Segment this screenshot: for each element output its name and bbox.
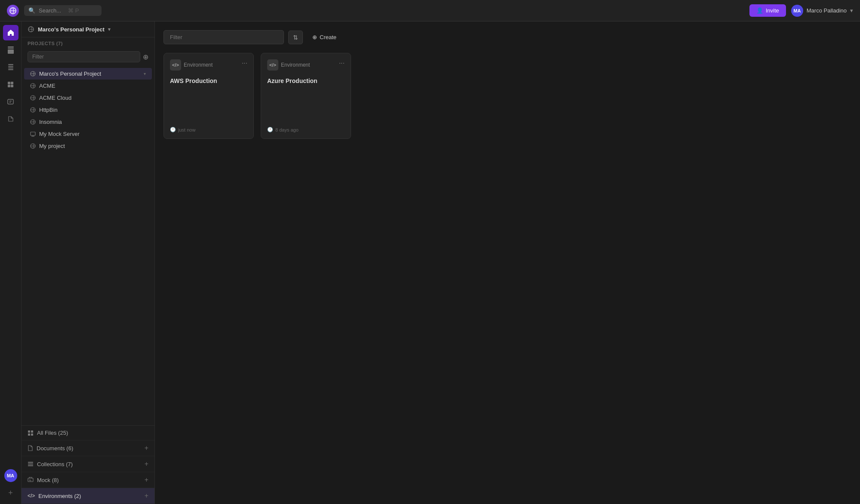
- svg-rect-18: [28, 462, 33, 463]
- svg-rect-4: [11, 85, 13, 87]
- sidebar-avatar[interactable]: MA: [4, 469, 17, 482]
- svg-rect-19: [28, 464, 33, 464]
- sidebar-icon-4[interactable]: [3, 94, 18, 109]
- create-label: Create: [320, 34, 336, 40]
- main-content: MA + Marco's Personal Project ▾ PROJECTS…: [0, 22, 860, 504]
- card-footer: 🕐 just now: [170, 122, 247, 132]
- card-header: </> Environment ···: [170, 59, 247, 71]
- cards-grid: </> Environment ··· AWS Production 🕐 jus…: [163, 53, 851, 139]
- topbar-left: 🔍 Search... ⌘ P: [7, 5, 102, 17]
- svg-rect-1: [8, 82, 10, 84]
- sidebar-icon-1[interactable]: [3, 42, 18, 58]
- file-section-label: Environments (2): [38, 493, 81, 499]
- sidebar-icon-3[interactable]: [3, 77, 18, 92]
- mock-add-icon[interactable]: +: [145, 476, 148, 484]
- card-timestamp: 8 days ago: [275, 127, 299, 132]
- invite-label: Invite: [766, 7, 779, 14]
- card-header: </> Environment ···: [267, 59, 345, 71]
- documents-add-icon[interactable]: +: [145, 444, 148, 452]
- svg-rect-3: [8, 85, 10, 87]
- sidebar-icon-bottom[interactable]: MA: [3, 468, 18, 483]
- card-menu-icon[interactable]: ···: [242, 59, 247, 67]
- clock-icon: 🕐: [267, 127, 273, 132]
- svg-rect-14: [28, 430, 30, 433]
- search-icon: 🔍: [28, 7, 35, 14]
- environments-icon: </>: [28, 493, 35, 499]
- file-section-environments[interactable]: </> Environments (2) +: [22, 488, 154, 504]
- card-type-label: Environment: [281, 62, 310, 68]
- project-item-my-project[interactable]: My project: [24, 140, 152, 152]
- card-type-row: </> Environment: [267, 59, 310, 71]
- environments-add-icon[interactable]: +: [145, 492, 148, 500]
- filter-plus-icon[interactable]: ⊕: [143, 53, 148, 61]
- project-item-label: HttpBin: [39, 107, 58, 113]
- left-panel: Marco's Personal Project ▾ PROJECTS (7) …: [22, 22, 155, 504]
- file-section-all-files[interactable]: All Files (25): [22, 426, 154, 440]
- file-section-collections[interactable]: Collections (7) +: [22, 456, 154, 472]
- card-type-icon: </>: [170, 59, 181, 71]
- bottom-panel: All Files (25) Documents (6) + Collectio…: [22, 425, 154, 504]
- project-title: Marco's Personal Project: [38, 26, 105, 33]
- project-chevron-icon: ▾: [108, 27, 111, 32]
- file-section-mock[interactable]: Mock (8) +: [22, 472, 154, 488]
- home-icon[interactable]: [3, 25, 18, 40]
- chevron-down-icon: ▾: [850, 7, 853, 14]
- project-header-title[interactable]: Marco's Personal Project ▾: [28, 26, 111, 33]
- project-item-insomnia[interactable]: Insomnia: [24, 116, 152, 128]
- card-title: Azure Production: [267, 77, 345, 122]
- card-azure-production[interactable]: </> Environment ··· Azure Production 🕐 8…: [261, 53, 351, 139]
- app-logo[interactable]: [7, 5, 19, 17]
- icon-strip: MA +: [0, 22, 22, 504]
- right-content: ⇅ ⊕ Create </> Environment ···: [155, 22, 860, 504]
- svg-rect-20: [28, 465, 33, 466]
- file-section-label: Documents (6): [37, 445, 73, 452]
- search-bar[interactable]: 🔍 Search... ⌘ P: [24, 5, 102, 16]
- sidebar-icon-2[interactable]: [3, 59, 18, 75]
- svg-rect-16: [28, 433, 30, 436]
- projects-label: PROJECTS (7): [22, 37, 154, 49]
- invite-button[interactable]: 👤 Invite: [749, 4, 786, 17]
- create-button[interactable]: ⊕ Create: [307, 31, 342, 43]
- project-item-acme[interactable]: ACME: [24, 80, 152, 92]
- project-item-label: ACME: [39, 83, 55, 89]
- project-item-label: Marco's Personal Project: [39, 71, 101, 77]
- svg-rect-17: [31, 433, 33, 436]
- project-item-label: My project: [39, 143, 65, 149]
- add-workspace-button[interactable]: +: [3, 485, 18, 501]
- clock-icon: 🕐: [170, 127, 176, 132]
- create-plus-icon: ⊕: [312, 34, 317, 40]
- svg-rect-2: [11, 82, 13, 84]
- file-section-documents[interactable]: Documents (6) +: [22, 440, 154, 456]
- filter-row: ⊕: [22, 49, 154, 66]
- project-item-arrow: ▾: [144, 71, 146, 76]
- sort-button[interactable]: ⇅: [288, 31, 303, 44]
- topbar-right: 👤 Invite MA Marco Palladino ▾: [749, 4, 853, 17]
- content-filter-input[interactable]: [163, 30, 284, 44]
- user-name: Marco Palladino: [807, 7, 847, 14]
- project-item-acme-cloud[interactable]: ACME Cloud: [24, 92, 152, 104]
- sidebar-icon-5[interactable]: [3, 111, 18, 126]
- project-item-label: My Mock Server: [39, 131, 80, 137]
- user-info[interactable]: MA Marco Palladino ▾: [791, 5, 853, 17]
- avatar: MA: [791, 5, 803, 17]
- project-item-label: ACME Cloud: [39, 95, 71, 101]
- card-footer: 🕐 8 days ago: [267, 122, 345, 132]
- collections-add-icon[interactable]: +: [145, 460, 148, 468]
- card-menu-icon[interactable]: ···: [339, 59, 345, 67]
- search-placeholder: Search...: [39, 7, 61, 14]
- search-shortcut: ⌘ P: [68, 7, 79, 14]
- project-header: Marco's Personal Project ▾: [22, 22, 154, 37]
- file-section-label: Collections (7): [37, 461, 73, 467]
- card-title: AWS Production: [170, 77, 247, 122]
- project-item-marcos[interactable]: Marco's Personal Project ▾: [24, 68, 152, 80]
- svg-rect-15: [31, 430, 33, 433]
- card-type-row: </> Environment: [170, 59, 213, 71]
- project-item-label: Insomnia: [39, 119, 62, 125]
- project-item-httpbin[interactable]: HttpBin: [24, 104, 152, 116]
- project-filter-input[interactable]: [28, 51, 140, 62]
- card-aws-production[interactable]: </> Environment ··· AWS Production 🕐 jus…: [163, 53, 254, 139]
- file-section-label: Mock (8): [37, 477, 59, 483]
- card-type-icon: </>: [267, 59, 278, 71]
- card-type-label: Environment: [184, 62, 213, 68]
- project-item-mock-server[interactable]: My Mock Server: [24, 128, 152, 140]
